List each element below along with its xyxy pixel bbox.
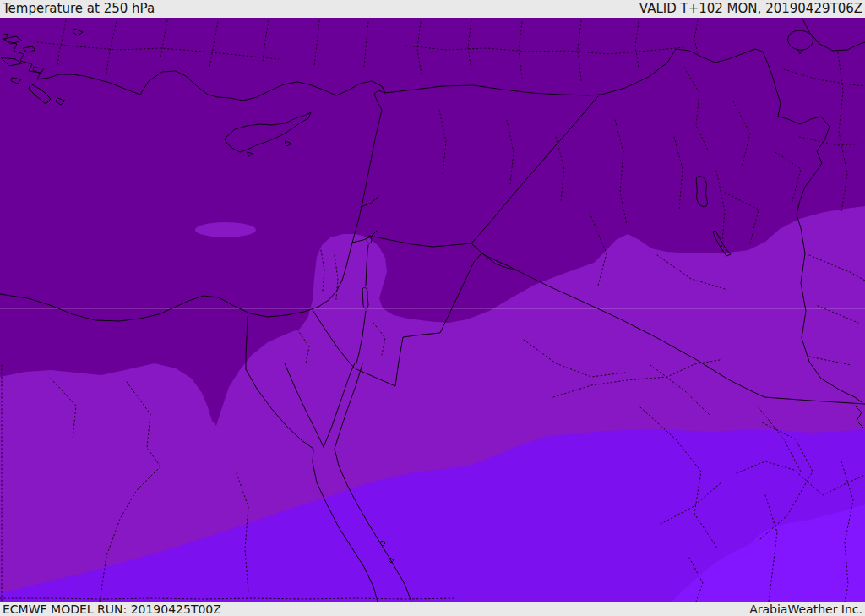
valid-time-label: VALID T+102 MON, 20190429T06Z xyxy=(639,3,862,15)
credit-label: ArabiaWeather Inc. xyxy=(749,603,862,615)
weather-map-product: Temperature at 250 hPa VALID T+102 MON, … xyxy=(0,0,865,616)
header-bar: Temperature at 250 hPa VALID T+102 MON, … xyxy=(0,0,865,18)
map-title: Temperature at 250 hPa xyxy=(3,3,155,15)
footer-bar: ECMWF MODEL RUN: 20190425T00Z ArabiaWeat… xyxy=(0,602,865,616)
warm-pocket-spot xyxy=(195,222,256,237)
map-canvas xyxy=(0,0,865,616)
model-run-label: ECMWF MODEL RUN: 20190425T00Z xyxy=(3,603,221,615)
